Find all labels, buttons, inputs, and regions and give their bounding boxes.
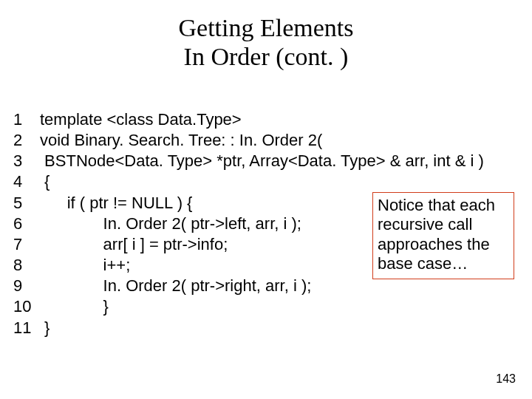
title-line-1: Getting Elements [0,13,532,42]
page-number: 143 [496,372,516,386]
code-text: { [40,171,519,192]
code-line: 10 } [13,296,519,317]
line-number: 4 [13,171,40,192]
code-line: 2void Binary. Search. Tree: : In. Order … [13,130,519,151]
line-number: 11 [13,318,40,338]
code-line: 3 BSTNode<Data. Type> *ptr, Array<Data. … [13,151,519,171]
code-text: void Binary. Search. Tree: : In. Order 2… [40,130,519,151]
code-line: 1template <class Data.Type> [13,109,519,130]
callout-text: Notice that each recursive call approach… [378,196,495,273]
callout-box: Notice that each recursive call approach… [372,192,514,279]
line-number: 3 [13,151,40,171]
code-text: BSTNode<Data. Type> *ptr, Array<Data. Ty… [40,151,519,171]
line-number: 1 [13,109,40,130]
code-line: 11 } [13,318,519,338]
line-number: 8 [13,255,40,276]
line-number: 6 [13,214,40,234]
title-line-2: In Order (cont. ) [0,42,532,71]
code-line: 4 { [13,171,519,192]
line-number: 10 [13,296,40,317]
line-number: 9 [13,276,40,296]
slide-title: Getting Elements In Order (cont. ) [0,0,532,71]
code-text: template <class Data.Type> [40,109,519,130]
line-number: 5 [13,193,40,214]
line-number: 2 [13,130,40,151]
slide: Getting Elements In Order (cont. ) 1temp… [0,0,532,399]
code-text: } [40,318,519,338]
code-text: } [40,296,519,317]
line-number: 7 [13,234,40,255]
